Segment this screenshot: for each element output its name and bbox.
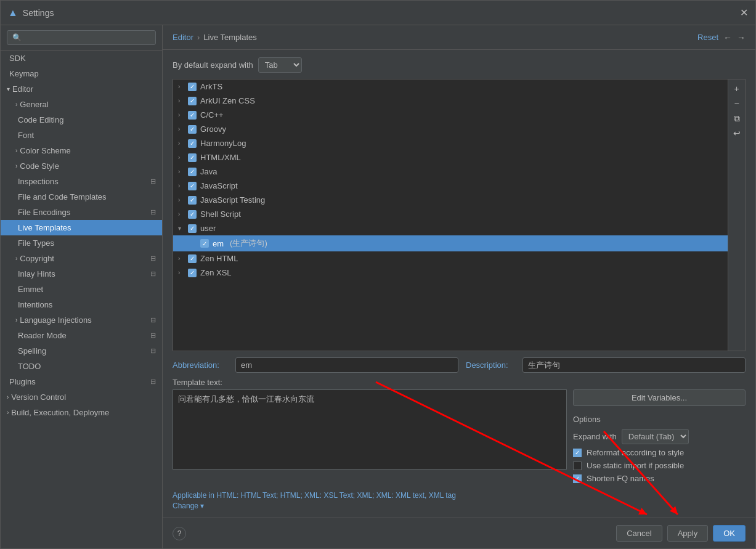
template-group-htmlxml[interactable]: › ✓ HTML/XML xyxy=(173,150,728,165)
bottom-toolbar: ? Cancel Apply OK xyxy=(163,518,755,548)
reformat-checkbox[interactable]: ✓ xyxy=(573,449,582,457)
sidebar-item-file-encodings[interactable]: File Encodings ⊟ xyxy=(1,205,162,220)
sidebar-item-general[interactable]: › General xyxy=(1,97,162,112)
description-label: Description: xyxy=(466,360,515,370)
template-group-user[interactable]: ▾ ✓ user xyxy=(173,221,728,235)
applicable-text: Applicable in HTML: HTML Text; HTML; XML… xyxy=(173,491,456,500)
check-js-testing[interactable]: ✓ xyxy=(188,196,197,205)
titlebar: ▲ Settings ✕ xyxy=(1,1,755,25)
change-link[interactable]: Change ▾ xyxy=(173,502,204,510)
sidebar-item-file-code-templates[interactable]: File and Code Templates xyxy=(1,189,162,205)
sidebar-item-color-scheme[interactable]: › Color Scheme xyxy=(1,143,162,158)
chevron-right-icon: › xyxy=(15,317,17,323)
check-harmonylog[interactable]: ✓ xyxy=(188,139,197,148)
check-arkts[interactable]: ✓ xyxy=(188,83,197,91)
expand-with-select[interactable]: Default (Tab) xyxy=(622,429,689,444)
chevron-right-icon: › xyxy=(178,112,184,118)
add-template-button[interactable]: + xyxy=(730,82,744,96)
sidebar-item-reader-mode[interactable]: Reader Mode ⊟ xyxy=(1,328,162,343)
check-user[interactable]: ✓ xyxy=(188,224,197,233)
sidebar-item-plugins[interactable]: Plugins ⊟ xyxy=(1,374,162,389)
template-group-zen-xsl[interactable]: › ✓ Zen XSL xyxy=(173,266,728,280)
chevron-down-icon: ▾ xyxy=(7,86,10,92)
template-group-shell[interactable]: › ✓ Shell Script xyxy=(173,207,728,221)
template-group-harmonylog[interactable]: › ✓ HarmonyLog xyxy=(173,136,728,150)
sidebar-item-font[interactable]: Font xyxy=(1,128,162,143)
check-java[interactable]: ✓ xyxy=(188,168,197,176)
sidebar-item-sdk[interactable]: SDK xyxy=(1,51,162,66)
sidebar-item-file-types[interactable]: File Types xyxy=(1,235,162,251)
chevron-right-icon: › xyxy=(178,97,184,104)
sidebar-item-intentions[interactable]: Intentions xyxy=(1,297,162,312)
sidebar-item-label: General xyxy=(20,100,48,109)
description-input[interactable] xyxy=(522,357,746,373)
sidebar-item-code-editing[interactable]: Code Editing xyxy=(1,112,162,128)
abbreviation-input[interactable] xyxy=(235,357,458,373)
ok-button[interactable]: OK xyxy=(713,525,746,542)
sidebar-item-inspections[interactable]: Inspections ⊟ xyxy=(1,174,162,189)
template-textarea[interactable] xyxy=(173,389,567,470)
sidebar-item-emmet[interactable]: Emmet xyxy=(1,282,162,297)
app-icon: ▲ xyxy=(8,7,18,18)
template-group-arkui[interactable]: › ✓ ArkUI Zen CSS xyxy=(173,94,728,108)
reader-mode-badge: ⊟ xyxy=(150,331,156,340)
template-child-em[interactable]: ✓ em (生产诗句) xyxy=(173,235,728,251)
close-button[interactable]: ✕ xyxy=(740,7,748,18)
template-group-javascript[interactable]: › ✓ JavaScript xyxy=(173,179,728,193)
sidebar-item-version-control[interactable]: › Version Control xyxy=(1,389,162,405)
sidebar-item-language-injections[interactable]: › Language Injections ⊟ xyxy=(1,312,162,328)
sidebar: SDK Keymap ▾ Editor › General Code Editi… xyxy=(1,25,163,548)
check-htmlxml[interactable]: ✓ xyxy=(188,153,197,162)
check-zen-html[interactable]: ✓ xyxy=(188,254,197,263)
chevron-right-icon: › xyxy=(178,269,184,276)
revert-template-button[interactable]: ↩ xyxy=(730,126,744,140)
check-shell[interactable]: ✓ xyxy=(188,210,197,219)
template-group-groovy[interactable]: › ✓ Groovy xyxy=(173,122,728,136)
check-em[interactable]: ✓ xyxy=(200,239,209,248)
inlay-hints-badge: ⊟ xyxy=(150,270,156,278)
nav-back-button[interactable]: ← xyxy=(723,33,732,43)
check-groovy[interactable]: ✓ xyxy=(188,125,197,134)
chevron-right-icon: › xyxy=(178,168,184,175)
check-javascript[interactable]: ✓ xyxy=(188,182,197,190)
sidebar-item-todo[interactable]: TODO xyxy=(1,359,162,374)
sidebar-item-inlay-hints[interactable]: Inlay Hints ⊟ xyxy=(1,266,162,282)
sidebar-item-copyright[interactable]: › Copyright ⊟ xyxy=(1,251,162,266)
copy-template-button[interactable]: ⧉ xyxy=(730,112,744,125)
help-button[interactable]: ? xyxy=(173,527,186,540)
check-zen-xsl[interactable]: ✓ xyxy=(188,269,197,277)
main-content: By default expand with Tab Enter Space ›… xyxy=(163,50,755,518)
apply-button[interactable]: Apply xyxy=(667,525,709,542)
remove-template-button[interactable]: − xyxy=(730,97,744,110)
check-arkui[interactable]: ✓ xyxy=(188,97,197,105)
reset-button[interactable]: Reset xyxy=(697,33,718,42)
reformat-label: Reformat according to style xyxy=(587,448,684,457)
search-input[interactable] xyxy=(7,30,156,45)
sidebar-item-label: TODO xyxy=(18,362,41,371)
sidebar-item-keymap[interactable]: Keymap xyxy=(1,66,162,81)
sidebar-item-code-style[interactable]: › Code Style xyxy=(1,158,162,174)
check-cpp[interactable]: ✓ xyxy=(188,111,197,120)
nav-forward-button[interactable]: → xyxy=(737,33,746,43)
template-group-js-testing[interactable]: › ✓ JavaScript Testing xyxy=(173,193,728,207)
cancel-button[interactable]: Cancel xyxy=(616,525,662,542)
template-group-java[interactable]: › ✓ Java xyxy=(173,165,728,179)
sidebar-item-spelling[interactable]: Spelling ⊟ xyxy=(1,343,162,359)
static-import-checkbox[interactable] xyxy=(573,462,582,470)
sidebar-item-build-exec[interactable]: › Build, Execution, Deployme xyxy=(1,405,162,420)
templates-list: › ✓ ArkTS › ✓ ArkUI Zen CSS › xyxy=(173,79,728,351)
header-actions: Reset ← → xyxy=(697,33,746,43)
inspections-badge: ⊟ xyxy=(150,177,156,185)
template-group-cpp[interactable]: › ✓ C/C++ xyxy=(173,108,728,122)
group-name-zen-html: Zen HTML xyxy=(200,254,238,263)
sidebar-item-live-templates[interactable]: Live Templates xyxy=(1,220,162,235)
lang-inject-badge: ⊟ xyxy=(150,316,156,324)
sidebar-item-editor[interactable]: ▾ Editor xyxy=(1,81,162,97)
shorten-fq-checkbox[interactable]: ✓ xyxy=(573,474,582,483)
expand-select[interactable]: Tab Enter Space xyxy=(258,57,302,73)
edit-variables-button[interactable]: Edit Variables... xyxy=(573,389,746,406)
content-area: SDK Keymap ▾ Editor › General Code Editi… xyxy=(1,25,755,548)
template-group-zen-html[interactable]: › ✓ Zen HTML xyxy=(173,251,728,266)
template-group-arkts[interactable]: › ✓ ArkTS xyxy=(173,79,728,94)
plugins-badge: ⊟ xyxy=(150,378,156,386)
